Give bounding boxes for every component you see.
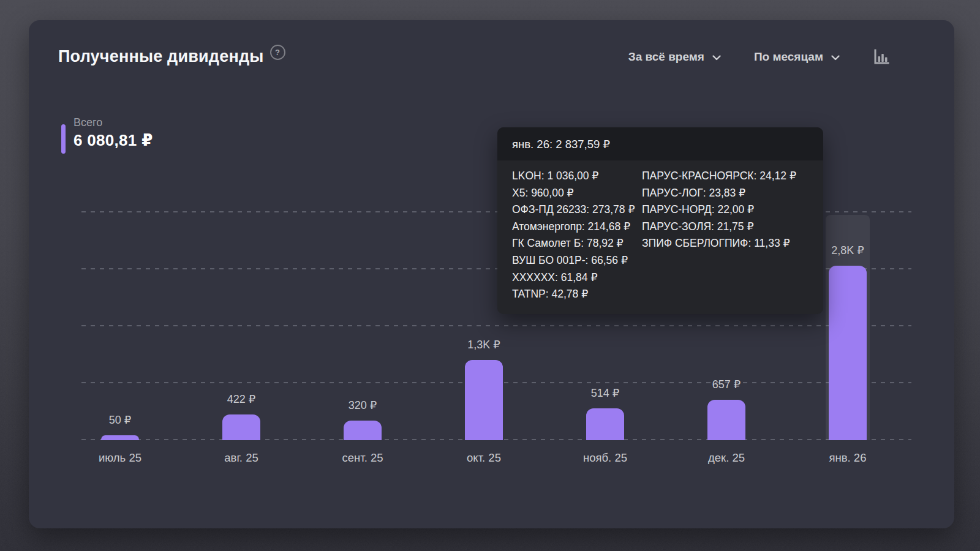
chart-tooltip: янв. 26: 2 837,59 ₽ LKOH: 1 036,00 ₽X5: … [497, 127, 823, 314]
tooltip-item: ПАРУС-НОРД: 22,00 ₽ [642, 201, 809, 219]
bar-янв. 26[interactable] [829, 266, 867, 440]
tooltip-item: Атомэнергопр: 214,68 ₽ [512, 219, 642, 236]
tooltip-item: ГК Самолет Б: 78,92 ₽ [512, 235, 642, 252]
grouping-dropdown[interactable]: По месяцам [754, 50, 840, 64]
grouping-dropdown-label: По месяцам [754, 50, 823, 64]
page-title: Полученные дивиденды [58, 47, 264, 66]
card-header: Полученные дивиденды ? За всё время По м… [58, 47, 889, 66]
x-axis-label: июль 25 [59, 451, 181, 465]
tooltip-item: LKOH: 1 036,00 ₽ [512, 168, 642, 185]
bar-нояб. 25[interactable] [586, 408, 624, 440]
bar-value-label: 320 ₽ [301, 399, 424, 412]
tooltip-item: ЗПИФ СБЕРЛОГПИФ: 11,33 ₽ [642, 235, 809, 252]
tooltip-item: TATNP: 42,78 ₽ [512, 286, 642, 303]
x-axis-label: нояб. 25 [544, 451, 666, 465]
period-dropdown-label: За всё время [628, 50, 704, 64]
tooltip-column: LKOH: 1 036,00 ₽X5: 960,00 ₽ОФЗ-ПД 26233… [512, 168, 642, 303]
chevron-down-icon [831, 55, 840, 61]
bar-сент. 25[interactable] [344, 421, 382, 440]
bar-окт. 25[interactable] [465, 360, 503, 440]
total-label: Всего [74, 115, 153, 130]
total-value: 6 080,81 ₽ [74, 130, 153, 151]
chevron-down-icon [712, 55, 721, 61]
bar-value-label: 1,3K ₽ [423, 338, 545, 351]
tooltip-body: LKOH: 1 036,00 ₽X5: 960,00 ₽ОФЗ-ПД 26233… [497, 161, 823, 314]
tooltip-item: ПАРУС-КРАСНОЯРСК: 24,12 ₽ [642, 168, 809, 185]
total-accent-bar [61, 124, 66, 154]
x-axis-label: сент. 25 [301, 451, 424, 465]
bar-дек. 25[interactable] [707, 400, 745, 440]
help-icon[interactable]: ? [270, 45, 285, 60]
bar-chart-icon[interactable] [873, 48, 889, 66]
bar-chart-icon-glyph [873, 48, 889, 66]
x-axis-label: дек. 25 [665, 451, 788, 465]
total-block: Всего 6 080,81 ₽ [61, 115, 153, 154]
gridline [81, 325, 911, 326]
x-axis-label: авг. 25 [180, 451, 303, 465]
bar-value-label: 657 ₽ [665, 378, 788, 391]
tooltip-item: ПАРУС-ЗОЛЯ: 21,75 ₽ [642, 219, 809, 236]
header-controls: За всё время По месяцам [628, 48, 889, 66]
bar-июль 25[interactable] [101, 435, 139, 440]
tooltip-item: ОФЗ-ПД 26233: 273,78 ₽ [512, 201, 642, 219]
x-axis-label: янв. 26 [786, 451, 909, 465]
bar-value-label: 50 ₽ [59, 413, 181, 427]
period-dropdown[interactable]: За всё время [628, 50, 721, 64]
tooltip-item: XXXXXX: 61,84 ₽ [512, 269, 642, 287]
tooltip-title: янв. 26: 2 837,59 ₽ [497, 127, 823, 161]
dividends-card: Полученные дивиденды ? За всё время По м… [29, 20, 954, 528]
bar-value-label: 514 ₽ [544, 386, 666, 400]
x-axis-label: окт. 25 [423, 451, 545, 465]
tooltip-item: ПАРУС-ЛОГ: 23,83 ₽ [642, 185, 809, 202]
bar-авг. 25[interactable] [222, 414, 260, 440]
bar-value-label: 422 ₽ [180, 392, 303, 406]
tooltip-column: ПАРУС-КРАСНОЯРСК: 24,12 ₽ПАРУС-ЛОГ: 23,8… [642, 168, 809, 303]
tooltip-item: ВУШ БО 001Р-: 66,56 ₽ [512, 252, 642, 269]
tooltip-item: X5: 960,00 ₽ [512, 185, 642, 202]
